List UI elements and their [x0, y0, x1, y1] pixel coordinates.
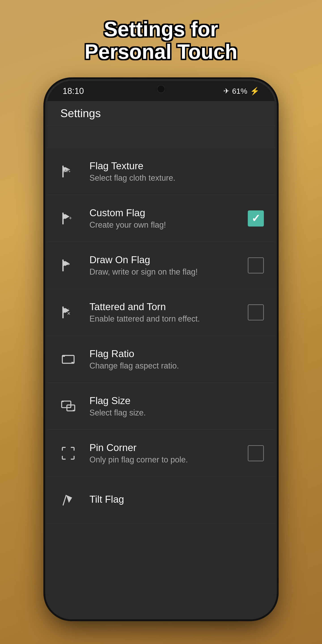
settings-item-tilt-flag[interactable]: Tilt Flag — [47, 477, 275, 524]
tilt-flag-title: Tilt Flag — [90, 494, 264, 505]
flag-ratio-text: Flag Ratio Change flag aspect ratio. — [78, 348, 264, 370]
draw-on-flag-text: Draw On Flag Draw, write or sign on the … — [78, 254, 248, 276]
pin-corner-title: Pin Corner — [90, 442, 248, 453]
battery-text: 61% — [232, 87, 247, 96]
settings-item-draw-on-flag[interactable]: Draw On Flag Draw, write or sign on the … — [47, 242, 275, 289]
tattered-torn-icon: ✕ — [58, 302, 78, 322]
tattered-torn-text: Tattered and Torn Enable tattered and to… — [78, 301, 248, 324]
custom-flag-text: Custom Flag Create your own flag! — [78, 207, 248, 230]
flag-size-title: Flag Size — [90, 395, 264, 406]
svg-rect-2 — [66, 171, 68, 172]
page-title-block: Settings for Personal Touch — [67, 18, 255, 63]
tattered-torn-checkbox[interactable] — [248, 304, 264, 320]
settings-item-pin-corner[interactable]: Pin Corner Only pin flag corner to pole. — [47, 430, 275, 477]
app-bar-title: Settings — [60, 107, 101, 120]
status-bar: 18:10 ✈ 61% ⚡ — [47, 81, 275, 101]
pin-corner-icon — [58, 443, 78, 463]
battery-icon: ⚡ — [250, 86, 260, 96]
draw-on-flag-icon — [58, 255, 78, 276]
custom-flag-icon: + — [58, 208, 78, 228]
settings-item-flag-ratio[interactable]: Flag Ratio Change flag aspect ratio. — [47, 336, 275, 383]
svg-rect-4 — [69, 171, 70, 172]
app-bar: Settings — [47, 101, 275, 126]
settings-item-custom-flag[interactable]: + Custom Flag Create your own flag! — [47, 195, 275, 242]
settings-list: Flag Texture Select flag cloth texture. … — [47, 148, 275, 618]
pin-corner-subtitle: Only pin flag corner to pole. — [90, 455, 248, 464]
svg-text:+: + — [69, 215, 72, 221]
flag-texture-icon — [58, 162, 78, 182]
flag-texture-title: Flag Texture — [90, 160, 264, 172]
flag-size-text: Flag Size Select flag size. — [78, 395, 264, 418]
status-right-icons: ✈ 61% ⚡ — [224, 86, 260, 96]
status-time: 18:10 — [62, 86, 84, 96]
tattered-torn-title: Tattered and Torn — [90, 301, 248, 312]
custom-flag-subtitle: Create your own flag! — [90, 220, 248, 230]
flag-texture-text: Flag Texture Select flag cloth texture. — [78, 160, 264, 183]
settings-item-tattered-torn[interactable]: ✕ Tattered and Torn Enable tattered and … — [47, 289, 275, 336]
draw-on-flag-title: Draw On Flag — [90, 254, 248, 266]
wifi-icon: ✈ — [224, 87, 230, 95]
page-title-line2: Personal Touch — [84, 40, 237, 63]
page-title-line1: Settings for — [104, 18, 218, 40]
draw-on-flag-checkbox[interactable] — [248, 258, 264, 274]
camera-notch — [157, 85, 165, 93]
phone-frame: 18:10 ✈ 61% ⚡ Settings — [47, 81, 275, 618]
flag-size-subtitle: Select flag size. — [90, 408, 264, 418]
draw-on-flag-subtitle: Draw, write or sign on the flag! — [90, 267, 248, 276]
settings-item-flag-size[interactable]: Flag Size Select flag size. — [47, 383, 275, 430]
custom-flag-checkbox[interactable] — [248, 210, 264, 226]
flag-ratio-subtitle: Change flag aspect ratio. — [90, 361, 264, 370]
tilt-flag-icon — [58, 490, 78, 510]
settings-item-flag-texture[interactable]: Flag Texture Select flag cloth texture. — [47, 148, 275, 195]
flag-ratio-icon — [58, 349, 78, 370]
pin-corner-text: Pin Corner Only pin flag corner to pole. — [78, 442, 248, 464]
flag-ratio-title: Flag Ratio — [90, 348, 264, 359]
custom-flag-title: Custom Flag — [90, 207, 248, 218]
tattered-torn-subtitle: Enable tattered and torn effect. — [90, 314, 248, 324]
svg-text:✕: ✕ — [67, 311, 71, 316]
flag-texture-subtitle: Select flag cloth texture. — [90, 173, 264, 183]
flag-size-icon — [58, 396, 78, 416]
section-divider — [47, 126, 275, 148]
pin-corner-checkbox[interactable] — [248, 445, 264, 461]
svg-rect-1 — [65, 170, 66, 171]
tilt-flag-text: Tilt Flag — [78, 494, 264, 507]
svg-rect-3 — [68, 170, 69, 171]
svg-rect-0 — [64, 171, 65, 172]
